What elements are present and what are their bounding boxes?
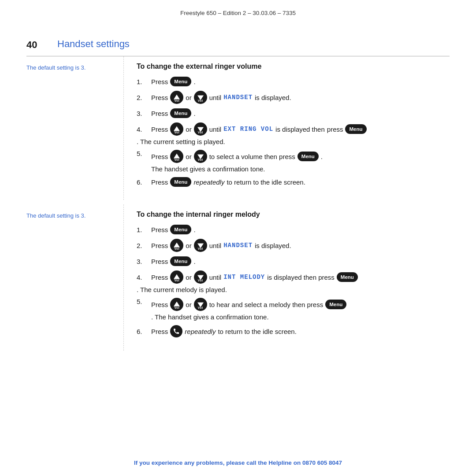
down-arrow-button[interactable]: Vol — [194, 91, 207, 104]
sidebar-note-1: The default setting is 3. — [26, 63, 115, 71]
down-arrow-button-5[interactable]: Vol — [194, 150, 207, 163]
menu-button-2-4[interactable]: Menu — [337, 272, 358, 282]
right-column: To change the external ringer volume 1. … — [123, 56, 450, 200]
menu-button-5[interactable]: Menu — [298, 152, 319, 161]
right-column-2: To change the internal ringer melody 1. … — [123, 204, 450, 351]
section-1: To change the external ringer volume 1. … — [137, 63, 450, 187]
menu-button-1[interactable]: Menu — [170, 77, 191, 86]
phone-button[interactable] — [170, 325, 182, 337]
ext-ring-vol-text: EXT RING VOL — [223, 126, 273, 133]
step-1-6: 6. Press Menu repeatedly to return to th… — [137, 177, 450, 187]
step-1-2: 2. Press Vol or Vol until HANDSET is dis… — [137, 91, 450, 104]
menu-button-2-5[interactable]: Menu — [325, 300, 346, 309]
section2-title: To change the internal ringer melody — [137, 211, 450, 218]
step-1-5: 5. Press Vol or Vol to select a volume t… — [137, 150, 450, 173]
step-2-3: 3. Press Menu . — [137, 256, 450, 266]
up-arrow-2-2[interactable]: Vol — [170, 239, 183, 252]
down-arrow-2-5[interactable]: Vol — [194, 298, 207, 311]
up-arrow-2-5[interactable]: Vol — [170, 298, 183, 311]
step-2-1: 1. Press Menu . — [137, 225, 450, 234]
up-arrow-2-4[interactable]: Vol — [170, 270, 183, 284]
header-title: Freestyle 650 – Edition 2 – 30.03.06 – 7… — [180, 10, 296, 16]
left-column-2: The default setting is 3. — [26, 204, 123, 351]
section-title: Handset settings — [57, 38, 130, 50]
page-header: Freestyle 650 – Edition 2 – 30.03.06 – 7… — [0, 0, 476, 16]
down-arrow-2-4[interactable]: Vol — [194, 270, 207, 284]
section1-title: To change the external ringer volume — [137, 63, 450, 70]
down-arrow-2-2[interactable]: Vol — [194, 239, 207, 252]
menu-button-4[interactable]: Menu — [345, 124, 366, 134]
section-2: To change the internal ringer melody 1. … — [137, 211, 450, 337]
page-footer: If you experience any problems, please c… — [0, 446, 476, 474]
menu-button-6[interactable]: Menu — [170, 177, 191, 187]
step-2-4: 4. Press Vol or Vol until INT MELODY is … — [137, 270, 450, 293]
left-column: The default setting is 3. — [26, 56, 123, 200]
footer-phone: 0870 605 8047 — [302, 459, 342, 466]
sidebar-note-2: The default setting is 3. — [26, 211, 115, 219]
page-number: 40 — [26, 39, 53, 51]
down-arrow-button-4[interactable]: Vol — [194, 122, 207, 136]
main-content-2: The default setting is 3. To change the … — [26, 204, 450, 351]
menu-button-3[interactable]: Menu — [170, 108, 191, 118]
menu-button-2-1[interactable]: Menu — [170, 225, 191, 234]
up-arrow-button-5[interactable]: Vol — [170, 150, 183, 163]
step-2-6: 6. Press repeatedly to return to the idl… — [137, 325, 450, 337]
step-2-5: 5. Press Vol or Vol to hear and select a… — [137, 298, 450, 321]
menu-button-2-3[interactable]: Menu — [170, 256, 191, 266]
up-arrow-button-4[interactable]: Vol — [170, 122, 183, 136]
footer-text: If you experience any problems, please c… — [134, 459, 302, 466]
int-melody-text: INT MELODY — [223, 274, 265, 281]
step-1-1: 1. Press Menu . — [137, 77, 450, 86]
up-arrow-button[interactable]: Vol — [170, 91, 183, 104]
step-1-4: 4. Press Vol or Vol until EXT RING VOL i… — [137, 122, 450, 145]
handset-display-text-2: HANDSET — [223, 242, 253, 249]
handset-display-text: HANDSET — [223, 94, 253, 101]
main-content: The default setting is 3. To change the … — [26, 56, 450, 200]
section-heading: 40 Handset settings — [0, 16, 476, 51]
step-1-3: 3. Press Menu . — [137, 108, 450, 118]
step-2-2: 2. Press Vol or Vol until HANDSET is dis… — [137, 239, 450, 252]
